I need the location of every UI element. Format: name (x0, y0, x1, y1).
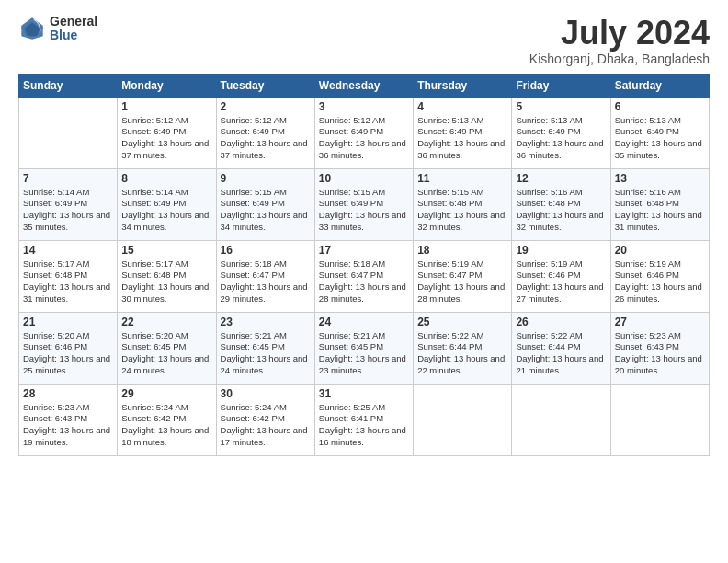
day-number: 21 (23, 316, 113, 328)
day-number: 25 (417, 316, 507, 328)
day-info: Sunrise: 5:19 AMSunset: 6:46 PMDaylight:… (615, 259, 705, 305)
calendar-cell: 31Sunrise: 5:25 AMSunset: 6:41 PMDayligh… (314, 384, 413, 455)
day-info: Sunrise: 5:23 AMSunset: 6:43 PMDaylight:… (23, 402, 113, 449)
day-info: Sunrise: 5:20 AMSunset: 6:46 PMDaylight:… (23, 330, 113, 377)
day-info: Sunrise: 5:20 AMSunset: 6:45 PMDaylight:… (121, 330, 211, 377)
day-info: Sunrise: 5:18 AMSunset: 6:47 PMDaylight:… (319, 259, 409, 305)
calendar-cell: 20Sunrise: 5:19 AMSunset: 6:46 PMDayligh… (610, 240, 709, 312)
calendar-cell: 18Sunrise: 5:19 AMSunset: 6:47 PMDayligh… (414, 240, 512, 312)
calendar-cell: 4Sunrise: 5:13 AMSunset: 6:49 PMDaylight… (414, 97, 512, 168)
calendar-week-1: 7Sunrise: 5:14 AMSunset: 6:49 PMDaylight… (19, 168, 710, 240)
calendar-cell: 9Sunrise: 5:15 AMSunset: 6:49 PMDaylight… (216, 168, 314, 240)
calendar-cell (512, 384, 610, 455)
calendar-cell: 11Sunrise: 5:15 AMSunset: 6:48 PMDayligh… (414, 168, 512, 240)
day-number: 18 (417, 244, 507, 257)
day-info: Sunrise: 5:24 AMSunset: 6:42 PMDaylight:… (121, 402, 211, 449)
day-info: Sunrise: 5:22 AMSunset: 6:44 PMDaylight:… (417, 330, 507, 377)
day-number: 15 (121, 244, 211, 257)
calendar-cell: 13Sunrise: 5:16 AMSunset: 6:48 PMDayligh… (610, 168, 709, 240)
logo-general-text: General (50, 15, 97, 29)
logo-blue-text: Blue (50, 29, 97, 42)
col-friday: Friday (512, 74, 610, 97)
col-wednesday: Wednesday (314, 74, 413, 97)
calendar-cell: 6Sunrise: 5:13 AMSunset: 6:49 PMDaylight… (610, 97, 709, 168)
day-info: Sunrise: 5:25 AMSunset: 6:41 PMDaylight:… (319, 402, 409, 449)
calendar-cell: 30Sunrise: 5:24 AMSunset: 6:42 PMDayligh… (216, 384, 314, 455)
calendar-cell: 10Sunrise: 5:15 AMSunset: 6:49 PMDayligh… (314, 168, 413, 240)
day-info: Sunrise: 5:13 AMSunset: 6:49 PMDaylight:… (516, 115, 606, 162)
day-info: Sunrise: 5:19 AMSunset: 6:46 PMDaylight:… (516, 259, 606, 305)
day-number: 5 (516, 100, 606, 113)
day-info: Sunrise: 5:23 AMSunset: 6:43 PMDaylight:… (615, 330, 705, 377)
day-info: Sunrise: 5:13 AMSunset: 6:49 PMDaylight:… (417, 115, 507, 162)
day-number: 2 (221, 100, 311, 113)
day-number: 20 (615, 244, 705, 257)
calendar-table: Sunday Monday Tuesday Wednesday Thursday… (18, 74, 710, 456)
day-number: 29 (121, 387, 211, 400)
day-number: 14 (23, 244, 113, 257)
col-monday: Monday (118, 74, 216, 97)
day-info: Sunrise: 5:15 AMSunset: 6:49 PMDaylight:… (221, 187, 311, 234)
day-number: 16 (221, 244, 311, 257)
day-number: 3 (319, 100, 409, 113)
day-number: 19 (516, 244, 606, 257)
day-number: 24 (319, 316, 409, 328)
calendar-cell (19, 97, 118, 168)
calendar-week-2: 14Sunrise: 5:17 AMSunset: 6:48 PMDayligh… (19, 240, 710, 312)
calendar-cell: 22Sunrise: 5:20 AMSunset: 6:45 PMDayligh… (118, 312, 216, 384)
day-number: 6 (615, 100, 705, 113)
col-saturday: Saturday (610, 74, 709, 97)
day-info: Sunrise: 5:12 AMSunset: 6:49 PMDaylight:… (319, 115, 409, 162)
calendar-cell: 24Sunrise: 5:21 AMSunset: 6:45 PMDayligh… (314, 312, 413, 384)
day-number: 8 (121, 172, 211, 185)
header: General Blue July 2024 Kishorganj, Dhaka… (18, 15, 710, 66)
logo-text: General Blue (50, 15, 97, 43)
day-info: Sunrise: 5:14 AMSunset: 6:49 PMDaylight:… (23, 187, 113, 234)
calendar-cell: 3Sunrise: 5:12 AMSunset: 6:49 PMDaylight… (314, 97, 413, 168)
day-number: 28 (23, 387, 113, 400)
col-thursday: Thursday (414, 74, 512, 97)
col-sunday: Sunday (19, 74, 118, 97)
day-number: 7 (23, 172, 113, 185)
day-number: 17 (319, 244, 409, 257)
day-info: Sunrise: 5:16 AMSunset: 6:48 PMDaylight:… (516, 187, 606, 234)
calendar-cell: 17Sunrise: 5:18 AMSunset: 6:47 PMDayligh… (314, 240, 413, 312)
logo: General Blue (18, 15, 97, 43)
day-info: Sunrise: 5:19 AMSunset: 6:47 PMDaylight:… (417, 259, 507, 305)
day-number: 9 (221, 172, 311, 185)
calendar-cell: 16Sunrise: 5:18 AMSunset: 6:47 PMDayligh… (216, 240, 314, 312)
day-info: Sunrise: 5:12 AMSunset: 6:49 PMDaylight:… (121, 115, 211, 162)
day-info: Sunrise: 5:14 AMSunset: 6:49 PMDaylight:… (121, 187, 211, 234)
calendar-cell: 15Sunrise: 5:17 AMSunset: 6:48 PMDayligh… (118, 240, 216, 312)
day-info: Sunrise: 5:24 AMSunset: 6:42 PMDaylight:… (221, 402, 311, 449)
day-info: Sunrise: 5:22 AMSunset: 6:44 PMDaylight:… (516, 330, 606, 377)
day-info: Sunrise: 5:15 AMSunset: 6:48 PMDaylight:… (417, 187, 507, 234)
calendar-cell: 2Sunrise: 5:12 AMSunset: 6:49 PMDaylight… (216, 97, 314, 168)
day-info: Sunrise: 5:12 AMSunset: 6:49 PMDaylight:… (221, 115, 311, 162)
calendar-cell: 21Sunrise: 5:20 AMSunset: 6:46 PMDayligh… (19, 312, 118, 384)
calendar-cell: 28Sunrise: 5:23 AMSunset: 6:43 PMDayligh… (19, 384, 118, 455)
day-number: 31 (319, 387, 409, 400)
day-number: 1 (121, 100, 211, 113)
day-number: 13 (615, 172, 705, 185)
calendar-cell: 7Sunrise: 5:14 AMSunset: 6:49 PMDaylight… (19, 168, 118, 240)
calendar-cell: 29Sunrise: 5:24 AMSunset: 6:42 PMDayligh… (118, 384, 216, 455)
calendar-cell: 23Sunrise: 5:21 AMSunset: 6:45 PMDayligh… (216, 312, 314, 384)
page: General Blue July 2024 Kishorganj, Dhaka… (0, 0, 728, 563)
col-tuesday: Tuesday (216, 74, 314, 97)
day-info: Sunrise: 5:17 AMSunset: 6:48 PMDaylight:… (23, 259, 113, 305)
day-info: Sunrise: 5:16 AMSunset: 6:48 PMDaylight:… (615, 187, 705, 234)
day-number: 12 (516, 172, 606, 185)
calendar-body: 1Sunrise: 5:12 AMSunset: 6:49 PMDaylight… (19, 97, 710, 455)
calendar-cell: 5Sunrise: 5:13 AMSunset: 6:49 PMDaylight… (512, 97, 610, 168)
calendar-cell: 19Sunrise: 5:19 AMSunset: 6:46 PMDayligh… (512, 240, 610, 312)
calendar-cell (610, 384, 709, 455)
calendar-cell: 1Sunrise: 5:12 AMSunset: 6:49 PMDaylight… (118, 97, 216, 168)
day-info: Sunrise: 5:18 AMSunset: 6:47 PMDaylight:… (221, 259, 311, 305)
calendar-cell (414, 384, 512, 455)
day-number: 27 (615, 316, 705, 328)
subtitle: Kishorganj, Dhaka, Bangladesh (529, 52, 710, 66)
calendar-week-4: 28Sunrise: 5:23 AMSunset: 6:43 PMDayligh… (19, 384, 710, 455)
calendar-cell: 26Sunrise: 5:22 AMSunset: 6:44 PMDayligh… (512, 312, 610, 384)
calendar-header-row: Sunday Monday Tuesday Wednesday Thursday… (19, 74, 710, 97)
